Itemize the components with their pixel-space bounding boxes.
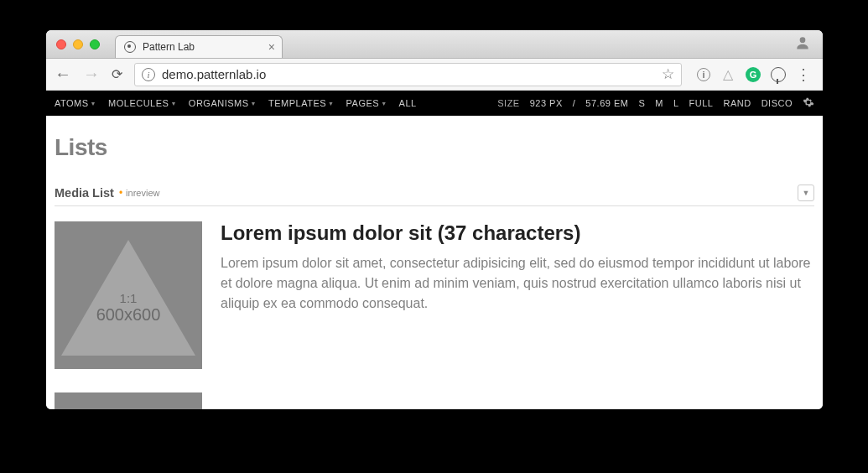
- gear-icon[interactable]: [803, 96, 814, 110]
- nav-left: ATOMS▼ MOLECULES▼ ORGANISMS▼ TEMPLATES▼ …: [55, 98, 417, 108]
- status-badge: inreview: [126, 188, 159, 198]
- svg-rect-3: [55, 392, 202, 409]
- extension-info-icon[interactable]: i: [697, 68, 710, 81]
- nav-templates[interactable]: TEMPLATES▼: [268, 98, 335, 108]
- placeholder-image: [55, 392, 202, 409]
- nav-all[interactable]: ALL: [399, 98, 417, 108]
- chevron-down-icon: ▼: [251, 101, 257, 107]
- forward-button[interactable]: →: [83, 65, 100, 84]
- chevron-down-icon: ▼: [381, 101, 387, 107]
- extension-drive-icon[interactable]: △: [720, 67, 735, 82]
- media-body: Lorem ipsum dolor sit (37 characters) Lo…: [221, 221, 814, 369]
- section-header: Media List • inreview ▼: [55, 185, 814, 206]
- reload-button[interactable]: ⟳: [112, 66, 122, 82]
- size-m[interactable]: M: [655, 98, 663, 108]
- chevron-down-icon: ▼: [170, 101, 176, 107]
- nav-right: SIZE 923 PX / 57.69 EM S M L FULL RAND D…: [497, 96, 814, 110]
- size-disco[interactable]: DISCO: [761, 98, 793, 108]
- browser-window: Pattern Lab × ← → ⟳ i demo.patternlab.io…: [46, 30, 823, 409]
- window-controls: [46, 39, 100, 49]
- chrome-menu-icon[interactable]: ⋮: [796, 67, 811, 82]
- image-dimensions-label: 600x600: [96, 305, 161, 325]
- extension-pin-icon[interactable]: [771, 67, 786, 82]
- size-label: SIZE: [497, 98, 519, 108]
- nav-organisms[interactable]: ORGANISMS▼: [189, 98, 257, 108]
- size-s[interactable]: S: [638, 98, 645, 108]
- maximize-window-button[interactable]: [90, 39, 100, 49]
- tab-title: Pattern Lab: [143, 41, 195, 53]
- size-em[interactable]: 57.69 EM: [585, 98, 628, 108]
- page-heading: Lists: [55, 134, 814, 161]
- media-list-item: [55, 392, 814, 409]
- nav-pages[interactable]: PAGES▼: [346, 98, 387, 108]
- section-title: Media List: [55, 186, 114, 200]
- status-bullet-icon: •: [119, 187, 122, 199]
- size-px[interactable]: 923 PX: [530, 98, 563, 108]
- chevron-down-icon: ▼: [91, 101, 96, 107]
- profile-icon[interactable]: [794, 34, 811, 55]
- close-window-button[interactable]: [56, 39, 66, 49]
- section-toggle-button[interactable]: ▼: [798, 185, 814, 201]
- media-text: Lorem ipsum dolor sit amet, consectetur …: [221, 253, 814, 314]
- placeholder-image: 1:1 600x600: [55, 221, 202, 369]
- bookmark-star-icon[interactable]: ☆: [662, 65, 674, 83]
- new-tab-stub[interactable]: [280, 35, 300, 58]
- active-tab[interactable]: Pattern Lab ×: [115, 35, 283, 58]
- extension-icons: i △ G ⋮: [694, 67, 814, 82]
- size-l[interactable]: L: [673, 98, 679, 108]
- size-rand[interactable]: RAND: [723, 98, 751, 108]
- patternlab-favicon: [124, 41, 136, 53]
- nav-atoms[interactable]: ATOMS▼: [55, 98, 96, 108]
- minimize-window-button[interactable]: [73, 39, 83, 49]
- url-text: demo.patternlab.io: [162, 67, 266, 81]
- nav-molecules[interactable]: MOLECULES▼: [108, 98, 177, 108]
- site-info-icon[interactable]: i: [142, 68, 155, 81]
- content-area: Lists Media List • inreview ▼ 1:1 600x60…: [46, 116, 823, 409]
- back-button[interactable]: ←: [55, 65, 71, 84]
- size-separator: /: [573, 98, 576, 108]
- chevron-down-icon: ▼: [328, 101, 334, 107]
- address-bar[interactable]: i demo.patternlab.io ☆: [134, 63, 682, 86]
- extension-grammarly-icon[interactable]: G: [746, 67, 761, 82]
- titlebar: Pattern Lab ×: [46, 30, 823, 59]
- size-full[interactable]: FULL: [689, 98, 714, 108]
- image-ratio-label: 1:1: [120, 291, 138, 305]
- toolbar: ← → ⟳ i demo.patternlab.io ☆ i △ G ⋮: [46, 59, 823, 91]
- tab-strip: Pattern Lab ×: [115, 30, 300, 58]
- media-title: Lorem ipsum dolor sit (37 characters): [221, 221, 814, 245]
- svg-point-0: [800, 37, 806, 43]
- media-list-item: 1:1 600x600 Lorem ipsum dolor sit (37 ch…: [55, 221, 814, 369]
- close-tab-icon[interactable]: ×: [268, 40, 275, 54]
- patternlab-navbar: ATOMS▼ MOLECULES▼ ORGANISMS▼ TEMPLATES▼ …: [46, 91, 823, 116]
